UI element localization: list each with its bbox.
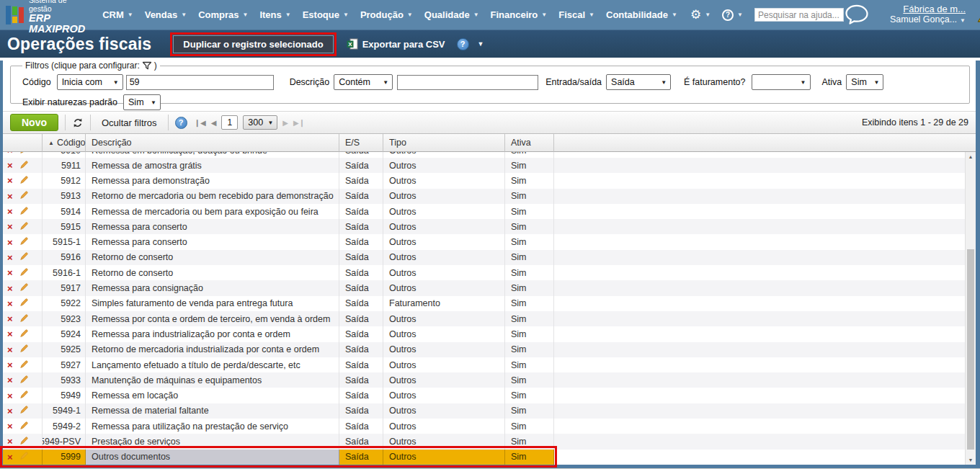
delete-icon[interactable]: × xyxy=(7,437,13,446)
table-row[interactable]: ×5915Remessa para consertoSaídaOutrosSim xyxy=(3,219,976,234)
delete-icon[interactable]: × xyxy=(7,284,13,293)
edit-icon[interactable] xyxy=(19,421,28,432)
help-icon[interactable]: ? xyxy=(457,38,469,50)
delete-icon[interactable]: × xyxy=(7,176,13,185)
nav-menu-contabilidade[interactable]: Contabilidade▼ xyxy=(600,0,683,30)
edit-icon[interactable] xyxy=(19,160,28,171)
nav-menu-itens[interactable]: Itens▼ xyxy=(254,0,296,30)
page-number-input[interactable]: 1 xyxy=(221,115,238,130)
table-row[interactable]: ×5927Lançamento efetuado a título de per… xyxy=(3,357,976,372)
page-size-select[interactable]: 300▼ xyxy=(243,115,277,130)
descricao-filter-input[interactable] xyxy=(397,75,538,90)
table-row[interactable]: ×5922Simples faturamento de venda para e… xyxy=(3,296,976,311)
edit-icon[interactable] xyxy=(19,375,28,386)
delete-icon[interactable]: × xyxy=(7,207,13,216)
delete-icon[interactable]: × xyxy=(7,222,13,231)
delete-icon[interactable]: × xyxy=(7,329,13,339)
table-row-partial[interactable]: ×5910Remessa em bonificação, doação ou b… xyxy=(3,152,976,158)
help-search-input[interactable] xyxy=(754,8,844,22)
faturamento-select[interactable]: ▼ xyxy=(752,74,811,90)
settings-menu[interactable]: ⚙ ▼ xyxy=(685,0,716,30)
edit-icon[interactable] xyxy=(19,405,28,416)
table-row[interactable]: ×5912Remessa para demonstraçãoSaídaOutro… xyxy=(3,173,976,188)
ativa-select[interactable]: Sim▼ xyxy=(846,74,883,90)
new-button[interactable]: Novo xyxy=(10,114,58,131)
prev-page-icon[interactable]: ◀ xyxy=(211,119,217,127)
delete-icon[interactable]: × xyxy=(7,314,13,323)
refresh-icon[interactable] xyxy=(72,117,84,128)
table-row[interactable]: ×5924Remessa para industrialização por c… xyxy=(3,326,976,341)
nav-menu-estoque[interactable]: Estoque▼ xyxy=(297,0,355,30)
delete-icon[interactable]: × xyxy=(7,192,13,201)
table-row[interactable]: ×5949-PSVPrestação de serviçosSaídaOutro… xyxy=(3,434,976,449)
delete-icon[interactable]: × xyxy=(7,375,13,385)
edit-icon[interactable] xyxy=(19,206,28,218)
table-row[interactable]: ×5916Retorno de consertoSaídaOutrosSim xyxy=(3,250,976,265)
edit-icon[interactable] xyxy=(19,152,28,156)
table-row[interactable]: ×5917Remessa para consignaçãoSaídaOutros… xyxy=(3,280,976,295)
nav-menu-fiscal[interactable]: Fiscal▼ xyxy=(553,0,600,30)
help-menu[interactable]: ? ▼ xyxy=(716,0,749,30)
export-csv-button[interactable]: X Exportar para CSV xyxy=(347,38,445,50)
entrada-saida-select[interactable]: Saída▼ xyxy=(606,74,671,90)
header-codigo[interactable]: ▲ Código xyxy=(43,134,86,152)
edit-icon[interactable] xyxy=(19,221,28,233)
descricao-operator-select[interactable]: Contém▼ xyxy=(334,74,393,90)
delete-icon[interactable]: × xyxy=(7,406,13,416)
nav-menu-vendas[interactable]: Vendas▼ xyxy=(139,0,192,30)
user-menu[interactable]: Samuel Gonça...▼ xyxy=(890,14,966,26)
filters-legend[interactable]: Filtros (clique para configurar: ) xyxy=(22,61,160,71)
chevron-down-icon[interactable]: ▼ xyxy=(478,40,484,48)
table-row[interactable]: ×5913Retorno de mercadoria ou bem recebi… xyxy=(3,189,976,204)
nav-menu-compras[interactable]: Compras▼ xyxy=(192,0,254,30)
codigo-operator-select[interactable]: Inicia com▼ xyxy=(57,74,123,90)
delete-icon[interactable]: × xyxy=(7,299,13,308)
header-es[interactable]: E/S xyxy=(339,134,383,152)
vertical-scrollbar[interactable]: ▲ ▼ xyxy=(965,152,976,465)
nav-menu-producao[interactable]: Produção▼ xyxy=(355,0,419,30)
app-logo[interactable]: Sistema de gestão ERP MAXIPROD xyxy=(6,0,86,35)
table-row[interactable]: ×5923Remessa por conta e ordem de tercei… xyxy=(3,311,976,326)
last-page-icon[interactable]: ▶❙ xyxy=(293,119,305,127)
edit-icon[interactable] xyxy=(19,175,28,187)
scroll-up-icon[interactable]: ▲ xyxy=(966,152,976,161)
edit-icon[interactable] xyxy=(19,436,28,447)
edit-icon[interactable] xyxy=(19,282,28,294)
nav-menu-crm[interactable]: CRM▼ xyxy=(97,0,139,30)
edit-icon[interactable] xyxy=(19,313,28,325)
delete-icon[interactable]: × xyxy=(7,161,13,170)
chat-icon[interactable] xyxy=(844,4,870,25)
table-row[interactable]: ×5925Retorno de mercadoria industrializa… xyxy=(3,342,976,357)
first-page-icon[interactable]: ❙◀ xyxy=(195,119,206,127)
nav-menu-financeiro[interactable]: Financeiro▼ xyxy=(485,0,553,30)
edit-icon[interactable] xyxy=(19,451,28,463)
warning-icon[interactable] xyxy=(977,6,980,23)
table-row[interactable]: ×5911Remessa de amostra grátisSaídaOutro… xyxy=(3,158,976,173)
duplicate-record-button[interactable]: Duplicar o registro selecionado xyxy=(173,35,333,53)
table-row[interactable]: ×5914Remessa de mercadoria ou bem para e… xyxy=(3,204,976,219)
header-tipo[interactable]: Tipo xyxy=(383,134,505,152)
table-row-highlighted[interactable]: ×5999Outros documentosSaídaOutrosSim xyxy=(3,450,976,465)
delete-icon[interactable]: × xyxy=(7,345,13,354)
exibir-naturezas-select[interactable]: Sim▼ xyxy=(123,94,161,110)
delete-icon[interactable]: × xyxy=(7,152,13,155)
edit-icon[interactable] xyxy=(19,251,28,263)
table-row[interactable]: ×5915-1Remessa para consertoSaídaOutrosS… xyxy=(3,234,976,249)
scrollbar-thumb[interactable] xyxy=(967,249,974,450)
delete-icon[interactable]: × xyxy=(7,421,13,431)
scroll-down-icon[interactable]: ▼ xyxy=(966,455,976,465)
edit-icon[interactable] xyxy=(19,236,28,248)
delete-icon[interactable]: × xyxy=(7,391,13,401)
codigo-filter-input[interactable] xyxy=(126,75,274,90)
hide-filters-button[interactable]: Ocultar filtros xyxy=(97,115,161,131)
table-row[interactable]: ×5949-1Remessa de material faltanteSaída… xyxy=(3,403,976,419)
header-ativa[interactable]: Ativa xyxy=(505,134,554,152)
header-descricao[interactable]: Descrição xyxy=(86,134,339,152)
table-row[interactable]: ×5949-2Remessa para utilização na presta… xyxy=(3,419,976,434)
edit-icon[interactable] xyxy=(19,359,28,371)
delete-icon[interactable]: × xyxy=(7,452,13,462)
delete-icon[interactable]: × xyxy=(7,360,13,370)
edit-icon[interactable] xyxy=(19,190,28,202)
table-row[interactable]: ×5933Manutenção de máquinas e equipament… xyxy=(3,372,976,388)
edit-icon[interactable] xyxy=(19,344,28,355)
